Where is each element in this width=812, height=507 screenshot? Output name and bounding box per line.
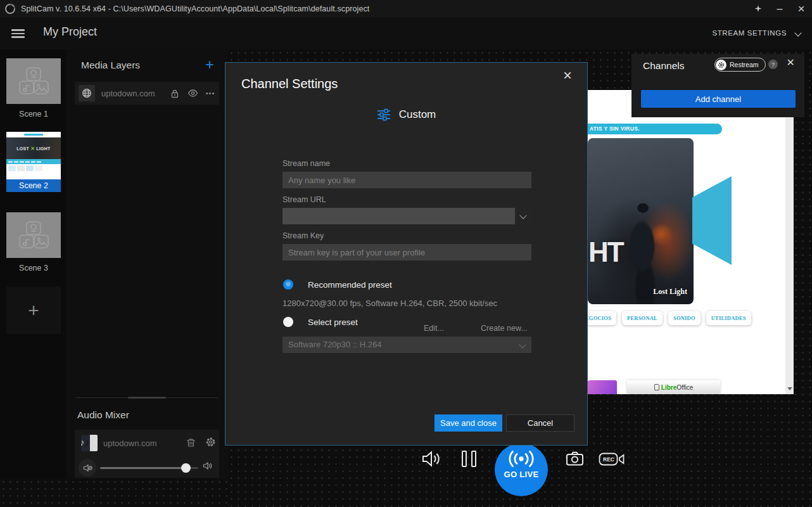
rec-label: REC (603, 456, 614, 463)
modal-close-icon[interactable]: × (563, 67, 572, 84)
recommended-preset-info: 1280x720@30.00 fps, Software H.264, CBR,… (282, 298, 497, 308)
volume-fill (100, 467, 186, 469)
select-preset-radio[interactable] (283, 317, 293, 327)
preset-dropdown[interactable]: Software 720p30 :: H.264 (282, 337, 531, 353)
scene-2-thumbnail: LOST ✕ LIGHT (6, 132, 61, 179)
stream-url-input[interactable] (282, 208, 531, 224)
category-chip: EGOCIOS (588, 311, 616, 325)
stream-key-label: Stream Key (282, 231, 324, 240)
panel-scroll-divider[interactable] (76, 397, 219, 398)
volume-slider[interactable] (100, 467, 198, 469)
hero-title-fragment: HT (588, 236, 623, 268)
help-icon[interactable]: ? (768, 60, 778, 69)
stream-settings-button[interactable]: STREAM SETTINGS (712, 29, 787, 37)
edit-preset-link[interactable]: Edit... (424, 324, 444, 333)
project-title: My Project (43, 25, 97, 39)
dotted-background (0, 478, 228, 507)
close-window-button[interactable]: × (790, 0, 812, 17)
header-bar: My Project STREAM SETTINGS (0, 17, 812, 49)
category-chip: PERSONAL (622, 311, 663, 325)
web-source-preview[interactable]: ATIS Y SIN VIRUS. HT Lost Light EGOCIOS … (588, 90, 794, 394)
title-bar: SplitCam v. 10.6.54 x64 - C:\Users\WDAGU… (0, 0, 812, 17)
mute-speaker-icon[interactable] (79, 459, 96, 477)
restream-logo-icon (716, 60, 726, 70)
lock-layer-icon[interactable] (166, 82, 184, 105)
chevron-down-icon (519, 341, 526, 348)
pause-button[interactable] (462, 451, 476, 467)
layer-visibility-icon[interactable] (184, 82, 201, 105)
cyan-ribbon (692, 176, 732, 265)
save-and-close-button[interactable]: Save and close (435, 414, 502, 432)
splitcam-window: SplitCam v. 10.6.54 x64 - C:\Users\WDAGU… (0, 0, 812, 507)
audio-channel-name: uptodown.com (103, 439, 157, 448)
scene-3-tile[interactable]: Scene 3 (6, 212, 61, 273)
media-layers-title: Media Layers (81, 60, 140, 71)
modal-title: Channel Settings (241, 77, 338, 91)
stream-name-input[interactable] (282, 172, 531, 188)
layer-name: uptodown.com (101, 89, 166, 98)
scene-rail: Scene 1 LOST ✕ LIGHT Scene 2 (0, 49, 67, 478)
go-live-button[interactable]: GO LIVE (495, 443, 548, 496)
scene-1-tile[interactable]: Scene 1 (6, 58, 61, 119)
chevron-down-icon (519, 212, 526, 219)
scene-label: Scene 3 (6, 264, 61, 273)
audio-settings-gear-icon[interactable] (205, 437, 216, 450)
preview-hero-image: HT Lost Light (588, 138, 694, 304)
channel-mode-label: Custom (399, 108, 436, 121)
snapshot-camera-button[interactable] (566, 451, 584, 469)
category-chip: UTILIDADES (706, 311, 751, 325)
libreoffice-card: LibreOffice (627, 380, 720, 394)
go-live-label: GO LIVE (504, 470, 539, 479)
add-scene-button[interactable]: + (6, 286, 61, 334)
menu-hamburger-icon[interactable] (11, 29, 25, 38)
scene-placeholder-icon (6, 58, 61, 104)
record-button[interactable]: REC (599, 452, 625, 469)
minimize-button[interactable]: – (769, 0, 790, 17)
category-chips: EGOCIOS PERSONAL SONIDO UTILIDADES (588, 311, 751, 325)
pin-icon (755, 5, 762, 12)
scene-label: Scene 1 (6, 110, 61, 119)
category-chip: SONIDO (668, 311, 701, 325)
recommended-preset-radio[interactable] (283, 279, 293, 290)
select-preset-label: Select preset (308, 318, 358, 327)
stream-settings-chevron-icon[interactable] (794, 29, 801, 36)
audio-monitor-button[interactable] (421, 450, 441, 470)
audio-source-icon: ♪ (81, 435, 98, 451)
stream-key-input[interactable] (282, 244, 531, 260)
recommended-preset-label: Recommended preset (308, 280, 392, 290)
stream-url-dropdown-button[interactable] (515, 208, 531, 224)
preview-scrollbar (785, 90, 794, 394)
preview-banner: ATIS Y SIN VIRUS. (588, 124, 722, 134)
cancel-button[interactable]: Cancel (506, 414, 574, 432)
broadcast-icon (507, 450, 536, 468)
window-title: SplitCam v. 10.6.54 x64 - C:\Users\WDAGU… (21, 4, 369, 13)
hero-caption: Lost Light (653, 287, 687, 297)
channels-panel: Channels Restream ? × Add channel (631, 54, 804, 117)
web-layer-icon (79, 85, 95, 101)
delete-audio-icon[interactable] (186, 437, 196, 450)
splitcam-logo-icon (5, 4, 15, 14)
add-channel-button[interactable]: Add channel (641, 90, 796, 108)
add-layer-button[interactable]: + (205, 56, 214, 74)
audio-mixer-channel: ♪ uptodown.com (75, 430, 219, 478)
custom-sliders-icon (377, 108, 391, 121)
scene-label-selected: Scene 2 (6, 179, 61, 192)
scene-placeholder-icon (6, 212, 61, 258)
stream-url-label: Stream URL (282, 195, 326, 204)
restream-button[interactable]: Restream (714, 58, 766, 72)
speaker-icon (203, 461, 213, 473)
create-new-preset-link[interactable]: Create new... (481, 324, 528, 333)
pin-button[interactable] (747, 0, 769, 17)
audio-mixer-title: Audio Mixer (77, 409, 129, 421)
app-tile-purple (588, 380, 617, 394)
scene-2-tile[interactable]: LOST ✕ LIGHT Scene 2 (6, 132, 61, 192)
scrollbar-down-arrow (787, 387, 792, 390)
media-layer-row[interactable]: uptodown.com ••• (75, 82, 219, 105)
channel-settings-modal: × Channel Settings Custom Stream name St… (225, 62, 588, 446)
channels-title: Channels (643, 60, 685, 72)
volume-handle[interactable] (181, 463, 191, 473)
channels-close-icon[interactable]: × (787, 55, 794, 70)
layer-more-icon[interactable]: ••• (201, 82, 219, 105)
stream-name-label: Stream name (282, 159, 330, 168)
document-icon (654, 384, 659, 390)
